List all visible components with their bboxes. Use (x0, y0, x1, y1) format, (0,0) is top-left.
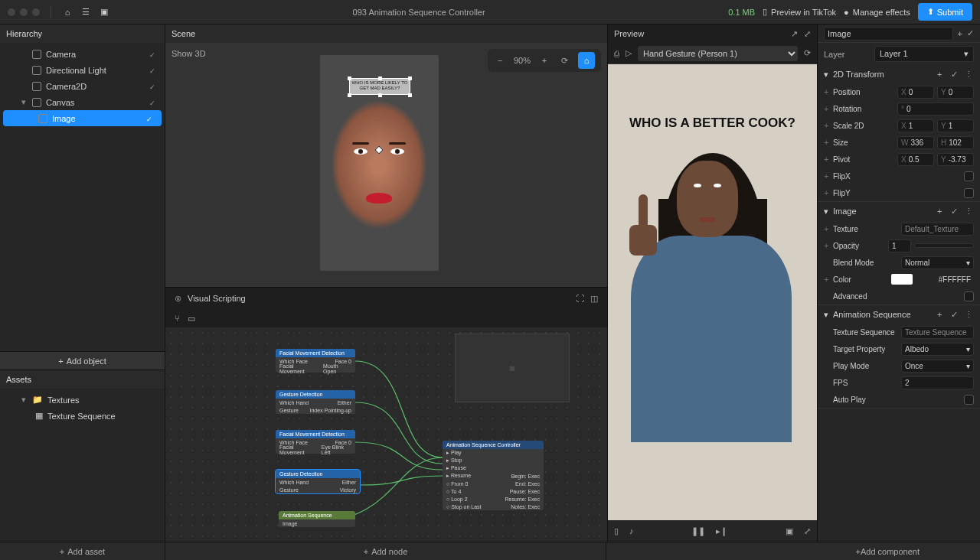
node-graph[interactable]: ▦ Facial Movement Detection Which FaceFa… (165, 327, 607, 542)
rotation-input[interactable]: °0 (897, 103, 974, 116)
reset-view-button[interactable]: ⟳ (558, 54, 570, 67)
gesture-select[interactable]: Hand Gesture (Person 1) (638, 46, 798, 61)
hierarchy-item-light[interactable]: Directional Light (0, 62, 165, 78)
pivot-y-input[interactable]: Y-3.73 (937, 153, 974, 166)
expand-icon[interactable]: ⛶ (576, 294, 584, 303)
selected-image-object[interactable]: WHO IS MORE LIKELY TO GET MAD EASILY? (349, 78, 410, 95)
tiktok-icon[interactable]: ♪ (629, 526, 634, 536)
asset-texture-sequence[interactable]: ▦Texture Sequence (0, 408, 165, 424)
close-icon[interactable]: ⊗ (175, 294, 181, 304)
popout-icon[interactable]: ◫ (590, 294, 598, 304)
fps-input[interactable]: 2 (901, 376, 974, 389)
check-icon[interactable]: ✓ (951, 207, 960, 217)
play-icon[interactable]: ▷ (626, 48, 632, 58)
caret-down-icon[interactable]: ▾ (21, 395, 28, 405)
zoom-level: 90% (514, 56, 531, 65)
flipy-checkbox[interactable] (964, 188, 974, 198)
opacity-slider[interactable] (914, 243, 974, 248)
add-icon[interactable]: + (958, 29, 962, 38)
snap-tool-icon[interactable]: ▭ (188, 314, 195, 324)
plus-icon[interactable]: + (937, 310, 946, 319)
pause-button[interactable]: ❚❚ (691, 526, 705, 536)
expand-icon[interactable]: ⤢ (804, 29, 811, 39)
more-icon[interactable]: ⋮ (965, 70, 974, 80)
preview-tiktok-button[interactable]: ▯Preview in TikTok (763, 7, 836, 17)
plus-icon[interactable]: + (937, 207, 946, 216)
position-y-input[interactable]: Y0 (937, 86, 974, 99)
scale-y-input[interactable]: Y1 (937, 119, 974, 132)
caret-down-icon[interactable]: ▾ (824, 207, 828, 217)
check-icon[interactable]: ✓ (951, 70, 960, 80)
check-icon[interactable]: ✓ (951, 310, 960, 320)
add-component-button[interactable]: +Add component (795, 547, 981, 556)
step-button[interactable]: ▸❙ (716, 526, 727, 536)
home-icon[interactable]: ⌂ (62, 7, 73, 18)
play-mode-select[interactable]: Once▾ (901, 360, 974, 373)
add-asset-button[interactable]: +Add asset (0, 542, 165, 560)
devices-icon[interactable]: ▣ (99, 7, 109, 18)
manage-effects-button[interactable]: ●Manage effects (844, 8, 910, 17)
target-property-select[interactable]: Albedo▾ (901, 343, 974, 356)
resize-icon[interactable]: ⤢ (804, 526, 811, 536)
zoom-in-button[interactable]: + (538, 54, 550, 67)
node-animation-sequence[interactable]: Animation Sequence Image (279, 511, 355, 527)
texture-field[interactable]: Default_Texture (901, 223, 974, 236)
more-icon[interactable]: ⋮ (965, 207, 974, 217)
advanced-checkbox[interactable] (964, 291, 974, 301)
caret-down-icon[interactable]: ▾ (824, 310, 828, 320)
visual-scripting-title: Visual Scripting (188, 294, 246, 303)
add-object-button[interactable]: +Add object (0, 351, 165, 370)
pivot-x-input[interactable]: X0.5 (897, 153, 934, 166)
library-icon[interactable]: ☰ (80, 7, 91, 18)
visibility-toggle[interactable] (149, 98, 158, 107)
node-facial-movement-1[interactable]: Facial Movement Detection Which FaceFace… (276, 349, 355, 373)
scene-viewport[interactable]: Show 3D − 90% + ⟳ ⌂ WHO IS MORE LIKELY T… (165, 43, 607, 287)
size-h-input[interactable]: H102 (937, 136, 974, 149)
flipx-checkbox[interactable] (964, 171, 974, 181)
crop-icon[interactable]: ▣ (786, 526, 793, 536)
graph-tool-icon[interactable]: ⑂ (175, 314, 180, 323)
hierarchy-item-camera[interactable]: Camera (0, 46, 165, 62)
home-view-button[interactable]: ⌂ (578, 52, 595, 69)
check-icon[interactable]: ✓ (967, 28, 974, 38)
caret-down-icon[interactable]: ▾ (21, 97, 28, 107)
hierarchy-item-canvas[interactable]: ▾Canvas (0, 94, 165, 110)
object-name-input[interactable] (824, 27, 953, 41)
hierarchy-item-image[interactable]: Image (3, 110, 162, 126)
node-animation-controller[interactable]: Animation Sequence Controller ▸ Play ▸ S… (443, 441, 544, 510)
layer-select[interactable]: Layer 1▾ (874, 46, 974, 62)
asset-folder-textures[interactable]: ▾📁Textures (0, 392, 165, 408)
caret-down-icon[interactable]: ▾ (824, 70, 828, 80)
visibility-toggle[interactable] (149, 82, 158, 91)
visibility-toggle[interactable] (149, 50, 158, 59)
popout-icon[interactable]: ↗ (791, 29, 798, 39)
add-node-button[interactable]: +Add node (165, 542, 606, 560)
blend-mode-select[interactable]: Normal▾ (901, 256, 974, 269)
position-x-input[interactable]: X0 (897, 86, 934, 99)
window-controls[interactable] (8, 8, 40, 16)
scale-x-input[interactable]: X1 (897, 119, 934, 132)
plus-icon[interactable]: + (937, 70, 946, 79)
color-swatch[interactable] (891, 274, 913, 285)
camera-icon[interactable]: ⎙ (614, 49, 619, 58)
opacity-input[interactable]: 1 (888, 239, 911, 252)
node-facial-movement-2[interactable]: Facial Movement Detection Which FaceFace… (276, 430, 355, 454)
pivot-gizmo[interactable] (374, 145, 383, 154)
node-gesture-2[interactable]: Gesture Detection Which HandEither Gestu… (276, 470, 360, 493)
visibility-toggle[interactable] (149, 66, 158, 75)
autoplay-checkbox[interactable] (964, 395, 974, 405)
hierarchy-item-camera2d[interactable]: Camera2D (0, 78, 165, 94)
bottom-bar: +Add asset +Add node +Add component (0, 542, 980, 560)
node-gesture-1[interactable]: Gesture Detection Which HandEither Gestu… (276, 390, 355, 414)
size-w-input[interactable]: W336 (897, 136, 934, 149)
refresh-icon[interactable]: ⟳ (804, 48, 811, 58)
more-icon[interactable]: ⋮ (965, 310, 974, 320)
canvas-preview[interactable]: WHO IS MORE LIKELY TO GET MAD EASILY? (320, 55, 439, 271)
submit-button[interactable]: ⬆Submit (918, 3, 972, 21)
show-3d-toggle[interactable]: Show 3D (172, 49, 206, 58)
texture-sequence-field[interactable]: Texture Sequence (901, 326, 974, 339)
image-preview-node[interactable]: ▦ (455, 334, 570, 402)
visibility-toggle[interactable] (146, 114, 155, 123)
zoom-out-button[interactable]: − (494, 54, 506, 67)
device-icon[interactable]: ▯ (614, 526, 619, 536)
